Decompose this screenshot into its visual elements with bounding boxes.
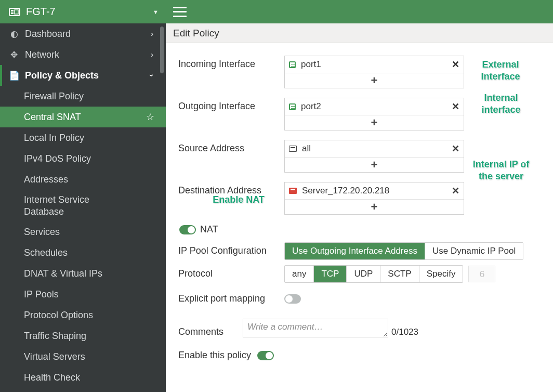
label-protocol: Protocol xyxy=(178,265,284,279)
nav-item-addresses[interactable]: Addresses xyxy=(0,169,166,190)
outgoing-interface-field[interactable]: port2 ✕ + xyxy=(284,98,464,130)
nav-item-local-in-policy[interactable]: Local In Policy xyxy=(0,127,166,148)
nav-item-virtual-servers[interactable]: Virtual Servers xyxy=(0,346,166,367)
remove-button[interactable]: ✕ xyxy=(452,59,459,70)
svg-rect-1 xyxy=(11,10,14,11)
protocol-udp[interactable]: UDP xyxy=(347,266,380,282)
comments-char-count: 0/1023 xyxy=(391,327,418,337)
nav-item-services[interactable]: Services xyxy=(0,221,166,242)
nav-policy-objects-label: Policy & Objects xyxy=(25,70,99,81)
chevron-right-icon: › xyxy=(151,50,153,59)
label-incoming-interface: Incoming Interface xyxy=(178,56,284,70)
nav-item-health-check[interactable]: Health Check xyxy=(0,367,166,388)
favorite-star-icon[interactable]: ☆ xyxy=(146,111,154,123)
protocol-tcp[interactable]: TCP xyxy=(314,266,347,282)
add-incoming-interface[interactable]: + xyxy=(285,73,464,88)
add-source-address[interactable]: + xyxy=(285,157,464,172)
label-outgoing-interface: Outgoing Interface xyxy=(178,98,284,112)
incoming-interface-field[interactable]: port1 ✕ + xyxy=(284,56,464,88)
policy-icon: 📄 xyxy=(8,70,20,81)
protocol-specify[interactable]: Specify xyxy=(419,266,463,282)
ip-pool-segmented: Use Outgoing Interface Address Use Dynam… xyxy=(284,242,523,260)
nav-item-ip-pools[interactable]: IP Pools xyxy=(0,284,166,305)
svg-rect-3 xyxy=(15,10,18,14)
page-title: Edit Policy xyxy=(166,23,553,43)
form-area: External Interface Internal interface In… xyxy=(166,43,553,392)
svg-rect-2 xyxy=(11,12,14,14)
label-explicit-port-mapping: Explicit port mapping xyxy=(178,293,284,304)
label-enable-policy: Enable this policy xyxy=(178,350,251,361)
nav-item-traffic-shaping[interactable]: Traffic Shaping xyxy=(0,325,166,346)
source-address-field[interactable]: all ✕ + xyxy=(284,140,464,173)
nav-dashboard[interactable]: ◐ Dashboard › xyxy=(0,23,166,44)
interface-icon xyxy=(289,61,296,68)
label-source-address: Source Address xyxy=(178,140,284,154)
explicit-port-toggle[interactable] xyxy=(284,294,301,304)
nav-item-protocol-options[interactable]: Protocol Options xyxy=(0,305,166,325)
hamburger-icon[interactable] xyxy=(173,7,187,17)
source-address-value: all xyxy=(302,143,311,154)
label-nat: NAT xyxy=(200,224,218,235)
outgoing-interface-value: port2 xyxy=(301,101,321,112)
annotation-internal-interface: Internal interface xyxy=(472,92,530,115)
remove-button[interactable]: ✕ xyxy=(452,101,459,112)
device-logo-icon xyxy=(8,6,21,18)
chevron-right-icon: › xyxy=(151,30,153,38)
nav-item-internet-service-db[interactable]: Internet Service Database xyxy=(0,190,166,221)
nav-item-schedules[interactable]: Schedules xyxy=(0,242,166,263)
nav-dashboard-label: Dashboard xyxy=(25,29,71,40)
annotation-enable-nat: Enable NAT xyxy=(203,194,274,206)
device-dropdown-icon[interactable]: ▼ xyxy=(153,9,159,15)
protocol-segmented: any TCP UDP SCTP Specify xyxy=(284,265,463,283)
label-comments: Comments xyxy=(178,326,243,337)
nav-item-central-snat[interactable]: Central SNAT ☆ xyxy=(0,107,166,127)
remove-button[interactable]: ✕ xyxy=(452,185,459,197)
network-icon: ✥ xyxy=(8,49,20,60)
nat-toggle[interactable] xyxy=(179,225,196,234)
nav-network-label: Network xyxy=(25,49,59,60)
interface-icon xyxy=(289,103,296,110)
chevron-down-icon: › xyxy=(148,74,156,77)
remove-button[interactable]: ✕ xyxy=(452,143,459,154)
nav-item-dnat-vips[interactable]: DNAT & Virtual IPs xyxy=(0,263,166,284)
nav-item-firewall-policy[interactable]: Firewall Policy xyxy=(0,86,166,107)
nav-item-ipv4-dos-policy[interactable]: IPv4 DoS Policy xyxy=(0,148,166,169)
main: Edit Policy External Interface Internal … xyxy=(166,0,553,392)
dashboard-icon: ◐ xyxy=(8,29,20,40)
sidebar: FGT-7 ▼ ◐ Dashboard › ✥ Network › 📄 Poli… xyxy=(0,0,166,392)
protocol-sctp[interactable]: SCTP xyxy=(380,266,419,282)
protocol-number-input: 6 xyxy=(468,266,495,282)
protocol-any[interactable]: any xyxy=(285,266,314,282)
nav-policy-objects[interactable]: 📄 Policy & Objects › xyxy=(0,65,166,86)
label-ip-pool-config: IP Pool Configuration xyxy=(178,242,284,256)
nav-network[interactable]: ✥ Network › xyxy=(0,44,166,65)
destination-address-field[interactable]: Server_172.20.20.218 ✕ + xyxy=(284,182,464,215)
sidebar-scroll: ◐ Dashboard › ✥ Network › 📄 Policy & Obj… xyxy=(0,23,166,392)
destination-address-value: Server_172.20.20.218 xyxy=(302,186,389,196)
comments-textarea[interactable] xyxy=(243,319,388,337)
add-destination-address[interactable]: + xyxy=(285,199,464,214)
enable-policy-toggle[interactable] xyxy=(257,351,274,360)
incoming-interface-value: port1 xyxy=(301,59,321,70)
annotation-internal-ip: Internal IP of the server xyxy=(467,159,535,182)
device-header[interactable]: FGT-7 ▼ xyxy=(0,0,166,23)
ip-pool-use-dynamic[interactable]: Use Dynamic IP Pool xyxy=(425,243,523,259)
device-name: FGT-7 xyxy=(26,6,56,18)
address-icon xyxy=(289,188,297,194)
annotation-external-interface: External Interface xyxy=(469,59,532,82)
add-outgoing-interface[interactable]: + xyxy=(285,115,464,130)
topbar xyxy=(166,0,553,23)
ip-pool-use-outgoing[interactable]: Use Outgoing Interface Address xyxy=(285,243,425,259)
address-icon xyxy=(289,146,297,152)
